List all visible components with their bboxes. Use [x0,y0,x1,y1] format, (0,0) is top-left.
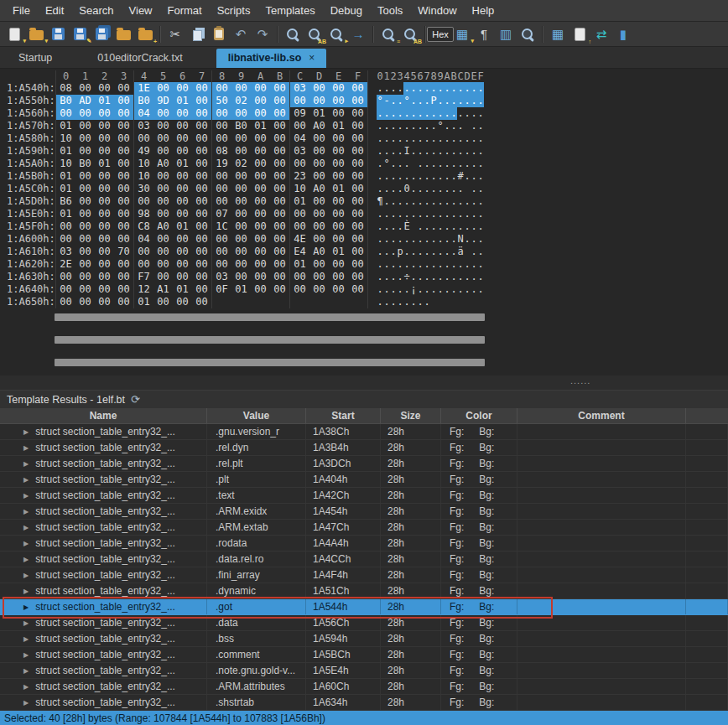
ascii-char[interactable]: . [403,170,410,183]
refresh-icon[interactable]: ⟳ [131,393,140,406]
ascii-char[interactable]: . [464,271,471,283]
hex-byte[interactable]: 00 [348,246,367,258]
hex-byte[interactable]: 00 [192,296,211,308]
expand-arrow-icon[interactable]: ▶ [23,492,29,500]
hex-byte[interactable]: 03 [290,82,309,95]
hex-byte[interactable]: 00 [95,258,114,271]
column-header-comment[interactable]: Comment [517,408,686,423]
ascii-char[interactable]: . [417,296,424,308]
ascii-char[interactable]: . [477,82,484,95]
hex-editor[interactable]: 0123456789ABCDEF0123456789ABCDEF 1:A540h… [0,69,728,375]
ascii-char[interactable]: . [383,246,390,258]
hex-byte[interactable]: 04 [290,132,309,145]
ascii-char[interactable]: . [444,120,450,132]
ascii-char[interactable]: . [377,82,383,95]
hex-byte[interactable]: 00 [309,283,329,296]
hex-byte[interactable]: 00 [270,132,289,145]
ascii-char[interactable]: . [410,195,417,208]
hex-byte[interactable]: 10 [134,170,153,183]
hex-byte[interactable]: 00 [309,233,329,246]
ascii-char[interactable]: - [383,95,390,107]
ascii-char[interactable]: . [477,132,484,145]
hex-byte[interactable]: 00 [173,233,192,246]
ascii-char[interactable] [410,220,417,233]
hex-byte[interactable]: 00 [251,158,270,170]
hex-byte[interactable]: 00 [212,246,231,258]
hex-byte[interactable]: 00 [212,170,231,183]
ascii-char[interactable]: . [424,120,430,132]
hex-byte[interactable]: 00 [348,132,367,145]
ascii-char[interactable]: . [430,258,437,271]
ascii-char[interactable]: . [397,120,403,132]
column-header-start[interactable]: Start [306,408,381,423]
hex-byte[interactable]: 00 [309,220,329,233]
hex-byte[interactable]: 00 [75,220,95,233]
ascii-char[interactable]: . [430,120,437,132]
hex-byte[interactable]: 00 [173,258,192,271]
hex-byte[interactable]: 00 [95,233,114,246]
ascii-char[interactable]: . [477,158,484,170]
expand-arrow-icon[interactable]: ▶ [23,603,29,611]
hex-byte[interactable] [348,296,367,308]
inspect-icon[interactable] [517,24,538,44]
table-row[interactable]: ▶struct section_table_entry32_....got1A5… [0,599,728,615]
ascii-char[interactable]: . [464,170,471,183]
table-row[interactable]: ▶struct section_table_entry32_....ARM.ex… [0,504,728,520]
hex-byte[interactable]: 08 [212,145,231,158]
ascii-char[interactable]: . [444,258,450,271]
hex-byte[interactable]: 00 [192,233,211,246]
column-header-name[interactable]: Name [0,408,207,423]
hex-byte[interactable]: 00 [56,220,75,233]
hex-byte[interactable]: E4 [290,246,309,258]
hex-byte[interactable]: 00 [251,246,270,258]
ascii-char[interactable]: . [417,107,424,120]
ascii-char[interactable]: ä [457,246,464,258]
ascii-char[interactable]: p [397,246,403,258]
ascii-char[interactable] [464,246,471,258]
ascii-char[interactable]: . [471,107,477,120]
ascii-char[interactable]: ¶ [377,195,383,208]
hex-byte[interactable]: 00 [114,195,133,208]
ascii-char[interactable]: . [457,82,464,95]
ascii-char[interactable]: . [410,233,417,246]
ascii-char[interactable]: ¡ [410,283,417,296]
find-in-files-icon[interactable]: ≡ [377,24,399,44]
expand-arrow-icon[interactable]: ▶ [23,556,29,563]
ascii-char[interactable]: . [397,283,403,296]
ascii-char[interactable]: . [437,271,444,283]
ascii-char[interactable]: . [464,107,471,120]
ascii-char[interactable]: . [430,271,437,283]
hex-byte[interactable]: 00 [153,145,173,158]
hex-byte[interactable]: 00 [192,95,211,107]
hex-byte[interactable]: 00 [153,258,173,271]
ascii-char[interactable]: . [471,158,477,170]
hex-byte[interactable]: 00 [114,183,133,195]
hex-byte[interactable]: 00 [153,107,173,120]
hex-byte[interactable]: 00 [192,220,211,233]
replace-icon[interactable]: AB [304,24,325,44]
ascii-char[interactable]: . [390,296,397,308]
ascii-char[interactable]: . [471,132,477,145]
show-whitespace-icon[interactable]: ¶ [473,24,495,44]
hex-byte[interactable]: 00 [153,132,173,145]
ascii-char[interactable]: . [450,158,457,170]
ascii-char[interactable]: . [383,208,390,220]
hex-byte[interactable] [212,296,231,308]
ascii-char[interactable]: I [403,145,410,158]
hex-byte[interactable]: 00 [192,283,211,296]
hex-byte[interactable]: 00 [153,296,173,308]
hex-byte[interactable]: 00 [270,233,289,246]
hex-byte[interactable]: 01 [329,183,348,195]
ascii-char[interactable]: . [424,195,430,208]
hex-byte[interactable]: 00 [173,195,192,208]
hex-byte[interactable]: 00 [134,258,153,271]
hex-byte[interactable]: 00 [212,107,231,120]
hex-byte[interactable]: 00 [270,271,289,283]
hex-byte[interactable]: 4E [290,233,309,246]
ascii-char[interactable]: . [471,195,477,208]
hex-byte[interactable]: B6 [56,195,75,208]
goto-icon[interactable]: → [347,24,369,44]
hex-byte[interactable]: 00 [231,170,251,183]
hex-byte[interactable]: 01 [329,120,348,132]
expand-arrow-icon[interactable]: ▶ [23,588,29,595]
